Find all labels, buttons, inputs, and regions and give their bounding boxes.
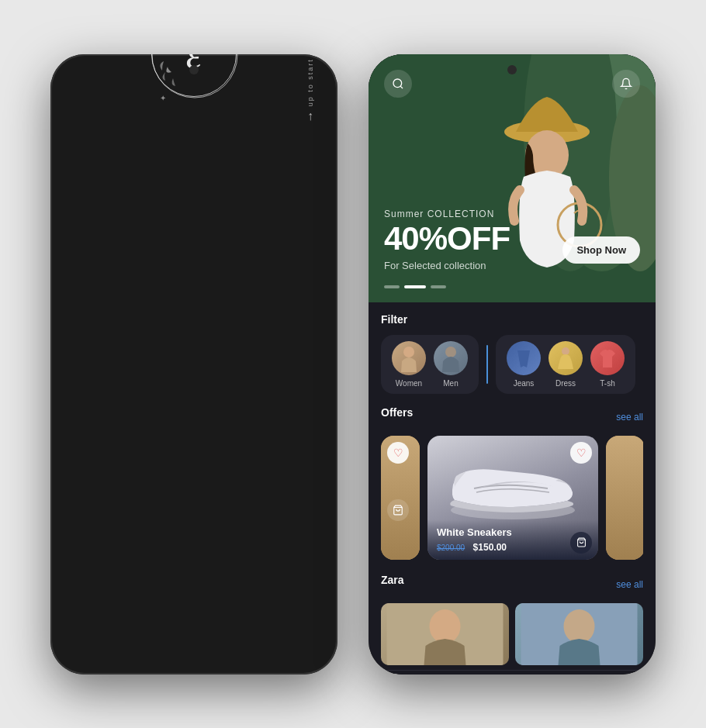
logo-circle: ε: [151, 54, 237, 97]
camera-notch-right: [507, 65, 517, 74]
hero-subtitle: Summer COLLECTION: [384, 209, 510, 219]
svg-point-27: [564, 609, 595, 643]
zara-card-1: [381, 603, 509, 665]
filter-label-women: Women: [396, 379, 422, 388]
cart-icon-main[interactable]: [570, 532, 592, 554]
svg-point-20: [562, 347, 569, 355]
filter-women[interactable]: Women: [390, 341, 427, 388]
filter-avatar-dress: [549, 341, 583, 375]
swipe-indicator: up to start shopping swipe ↑: [306, 54, 314, 123]
offer-card-small-left: ♡: [381, 436, 420, 560]
filter-label-jeans: Jeans: [514, 379, 535, 388]
cart-icon-left[interactable]: [387, 499, 409, 521]
dot-2: [404, 285, 426, 288]
filter-avatar-women: [392, 341, 426, 375]
heart-icon-main[interactable]: ♡: [570, 442, 592, 464]
zara-header: Zara see all: [381, 574, 643, 595]
camera-notch: [189, 65, 199, 74]
slider-dots: [384, 285, 446, 288]
offer-card-small-right: [606, 436, 643, 560]
shop-now-button[interactable]: Shop Now: [562, 236, 640, 264]
hero-content: Summer COLLECTION 40%OFF For Selected co…: [384, 209, 510, 271]
right-phone: Summer COLLECTION 40%OFF For Selected co…: [369, 54, 656, 675]
filter-group-gender: Women Men: [381, 335, 479, 394]
filter-men[interactable]: Men: [432, 341, 469, 388]
offer-price-new: $150.00: [473, 542, 507, 553]
filter-label-dress: Dress: [555, 379, 576, 388]
offer-card-main: ♡ White Sneakers $200.00 $150.00: [427, 436, 598, 560]
svg-point-18: [445, 347, 456, 357]
filter-tshirt[interactable]: T-sh: [589, 341, 626, 388]
svg-point-17: [403, 347, 414, 357]
bottom-nav: [369, 670, 656, 675]
filter-label-men: Men: [443, 379, 458, 388]
offer-pricing: $200.00 $150.00: [437, 540, 589, 554]
filter-avatar-jeans: [507, 341, 541, 375]
zara-title: Zara: [381, 574, 404, 586]
svg-point-16: [393, 79, 402, 88]
left-screen: ε up to start shopping swipe ↑ Start you…: [50, 54, 337, 675]
heart-icon-left[interactable]: ♡: [387, 442, 409, 464]
left-phone: ε up to start shopping swipe ↑ Start you…: [50, 54, 337, 675]
offers-section: Offers see all ♡: [369, 400, 656, 566]
offers-row: ♡: [381, 436, 643, 560]
dot-1: [384, 285, 400, 288]
swipe-arrow: ↑: [307, 109, 313, 123]
filter-title: Filter: [381, 313, 643, 326]
filter-section: Filter Women: [369, 302, 656, 400]
offer-price-old: $200.00: [437, 543, 465, 552]
dot-3: [431, 285, 446, 288]
filter-avatar-men: [434, 341, 468, 375]
filter-divider: [486, 345, 488, 384]
swipe-text: up to start shopping swipe: [306, 54, 314, 106]
offer-name: White Sneakers: [437, 526, 589, 538]
zara-row: [381, 603, 643, 665]
hero-title: 40%OFF: [384, 223, 510, 255]
svg-point-25: [430, 609, 461, 643]
hero-banner: Summer COLLECTION 40%OFF For Selected co…: [369, 54, 656, 302]
filter-dress[interactable]: Dress: [547, 341, 584, 388]
filter-group-category: Jeans Dress: [496, 335, 635, 394]
zara-see-all[interactable]: see all: [616, 579, 643, 590]
offers-header: Offers see all: [381, 406, 643, 428]
zara-section: Zara see all: [369, 566, 656, 670]
filter-jeans[interactable]: Jeans: [505, 341, 542, 388]
search-icon-btn[interactable]: [384, 70, 412, 98]
hero-description: For Selected collection: [384, 260, 510, 271]
offer-card-inner: ♡ White Sneakers $200.00 $150.00: [427, 436, 598, 560]
offers-title: Offers: [381, 406, 413, 419]
svg-point-7: [152, 54, 237, 98]
offers-see-all[interactable]: see all: [616, 412, 643, 423]
filter-label-tshirt: T-sh: [600, 379, 614, 388]
filter-row: Women Men: [381, 335, 643, 394]
bell-icon-btn[interactable]: [612, 70, 640, 98]
filter-avatar-tshirt: [590, 341, 625, 375]
right-screen: Summer COLLECTION 40%OFF For Selected co…: [369, 54, 656, 675]
zara-card-2: [515, 603, 643, 665]
